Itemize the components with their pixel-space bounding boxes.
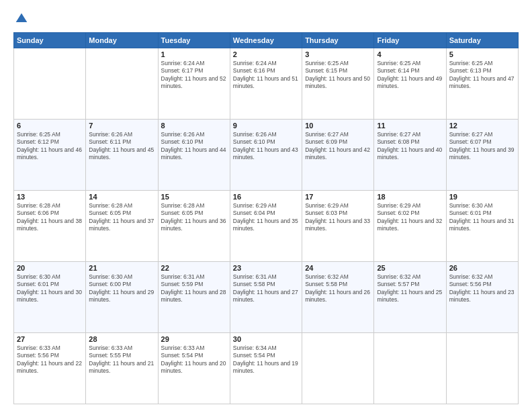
calendar-cell: 24Sunrise: 6:32 AM Sunset: 5:58 PM Dayli… — [302, 262, 374, 333]
day-info: Sunrise: 6:26 AM Sunset: 6:11 PM Dayligh… — [89, 131, 154, 162]
col-header-monday: Monday — [86, 33, 158, 48]
calendar-week-4: 27Sunrise: 6:33 AM Sunset: 5:56 PM Dayli… — [14, 333, 519, 404]
day-number: 29 — [161, 335, 227, 343]
calendar-cell: 20Sunrise: 6:30 AM Sunset: 6:01 PM Dayli… — [14, 262, 86, 333]
day-number: 20 — [17, 264, 83, 272]
day-number: 18 — [377, 193, 443, 201]
calendar-cell: 23Sunrise: 6:31 AM Sunset: 5:58 PM Dayli… — [230, 262, 302, 333]
day-number: 7 — [89, 122, 154, 130]
day-info: Sunrise: 6:32 AM Sunset: 5:57 PM Dayligh… — [377, 273, 443, 304]
day-number: 11 — [377, 122, 443, 130]
day-info: Sunrise: 6:30 AM Sunset: 6:01 PM Dayligh… — [449, 202, 515, 233]
calendar-cell: 8Sunrise: 6:26 AM Sunset: 6:10 PM Daylig… — [158, 120, 230, 191]
day-number: 26 — [449, 264, 515, 272]
calendar-cell: 16Sunrise: 6:29 AM Sunset: 6:04 PM Dayli… — [230, 191, 302, 262]
logo — [13, 12, 28, 26]
day-number: 13 — [17, 193, 83, 201]
day-info: Sunrise: 6:27 AM Sunset: 6:07 PM Dayligh… — [449, 131, 515, 162]
calendar-cell: 30Sunrise: 6:34 AM Sunset: 5:54 PM Dayli… — [230, 333, 302, 404]
day-number: 30 — [233, 335, 299, 343]
calendar-cell: 21Sunrise: 6:30 AM Sunset: 6:00 PM Dayli… — [86, 262, 158, 333]
day-info: Sunrise: 6:28 AM Sunset: 6:06 PM Dayligh… — [17, 202, 83, 233]
day-info: Sunrise: 6:28 AM Sunset: 6:05 PM Dayligh… — [161, 202, 227, 233]
calendar-cell — [86, 48, 158, 120]
calendar-cell: 1Sunrise: 6:24 AM Sunset: 6:17 PM Daylig… — [158, 48, 230, 120]
day-number: 6 — [17, 122, 83, 130]
day-number: 28 — [89, 335, 154, 343]
day-info: Sunrise: 6:26 AM Sunset: 6:10 PM Dayligh… — [233, 131, 299, 162]
calendar-cell: 13Sunrise: 6:28 AM Sunset: 6:06 PM Dayli… — [14, 191, 86, 262]
day-number: 19 — [449, 193, 515, 201]
day-info: Sunrise: 6:31 AM Sunset: 5:59 PM Dayligh… — [161, 273, 227, 304]
calendar-cell — [302, 333, 374, 404]
calendar-cell: 15Sunrise: 6:28 AM Sunset: 6:05 PM Dayli… — [158, 191, 230, 262]
day-info: Sunrise: 6:32 AM Sunset: 5:56 PM Dayligh… — [449, 273, 515, 304]
day-number: 2 — [233, 50, 299, 58]
day-number: 14 — [89, 193, 154, 201]
day-info: Sunrise: 6:29 AM Sunset: 6:02 PM Dayligh… — [377, 202, 443, 233]
calendar-table: SundayMondayTuesdayWednesdayThursdayFrid… — [13, 32, 519, 404]
day-number: 16 — [233, 193, 299, 201]
day-number: 21 — [89, 264, 154, 272]
day-number: 23 — [233, 264, 299, 272]
day-info: Sunrise: 6:33 AM Sunset: 5:54 PM Dayligh… — [161, 345, 227, 375]
calendar-cell: 28Sunrise: 6:33 AM Sunset: 5:55 PM Dayli… — [86, 333, 158, 404]
day-info: Sunrise: 6:34 AM Sunset: 5:54 PM Dayligh… — [233, 345, 299, 375]
day-number: 10 — [305, 122, 371, 130]
logo-icon — [15, 12, 28, 26]
calendar-cell: 17Sunrise: 6:29 AM Sunset: 6:03 PM Dayli… — [302, 191, 374, 262]
day-info: Sunrise: 6:29 AM Sunset: 6:04 PM Dayligh… — [233, 202, 299, 233]
day-number: 3 — [305, 50, 371, 58]
day-info: Sunrise: 6:31 AM Sunset: 5:58 PM Dayligh… — [233, 273, 299, 304]
day-number: 8 — [161, 122, 227, 130]
page: SundayMondayTuesdayWednesdayThursdayFrid… — [0, 0, 532, 411]
day-info: Sunrise: 6:29 AM Sunset: 6:03 PM Dayligh… — [305, 202, 371, 233]
calendar-cell: 3Sunrise: 6:25 AM Sunset: 6:15 PM Daylig… — [302, 48, 374, 120]
day-info: Sunrise: 6:32 AM Sunset: 5:58 PM Dayligh… — [305, 273, 371, 304]
day-info: Sunrise: 6:26 AM Sunset: 6:10 PM Dayligh… — [161, 131, 227, 162]
calendar-header-row: SundayMondayTuesdayWednesdayThursdayFrid… — [14, 33, 519, 48]
calendar-cell: 11Sunrise: 6:27 AM Sunset: 6:08 PM Dayli… — [374, 120, 446, 191]
col-header-thursday: Thursday — [302, 33, 374, 48]
day-info: Sunrise: 6:27 AM Sunset: 6:09 PM Dayligh… — [305, 131, 371, 162]
calendar-cell: 7Sunrise: 6:26 AM Sunset: 6:11 PM Daylig… — [86, 120, 158, 191]
calendar-cell: 2Sunrise: 6:24 AM Sunset: 6:16 PM Daylig… — [230, 48, 302, 120]
day-info: Sunrise: 6:25 AM Sunset: 6:15 PM Dayligh… — [305, 60, 371, 91]
day-number: 4 — [377, 50, 443, 58]
day-info: Sunrise: 6:25 AM Sunset: 6:13 PM Dayligh… — [449, 60, 515, 91]
calendar-cell: 6Sunrise: 6:25 AM Sunset: 6:12 PM Daylig… — [14, 120, 86, 191]
day-number: 17 — [305, 193, 371, 201]
calendar-week-1: 6Sunrise: 6:25 AM Sunset: 6:12 PM Daylig… — [14, 120, 519, 191]
calendar-cell: 14Sunrise: 6:28 AM Sunset: 6:05 PM Dayli… — [86, 191, 158, 262]
day-info: Sunrise: 6:33 AM Sunset: 5:55 PM Dayligh… — [89, 345, 154, 375]
calendar-cell — [374, 333, 446, 404]
day-number: 5 — [449, 50, 515, 58]
day-info: Sunrise: 6:24 AM Sunset: 6:16 PM Dayligh… — [233, 60, 299, 91]
calendar-cell: 5Sunrise: 6:25 AM Sunset: 6:13 PM Daylig… — [446, 48, 518, 120]
calendar-week-2: 13Sunrise: 6:28 AM Sunset: 6:06 PM Dayli… — [14, 191, 519, 262]
col-header-saturday: Saturday — [446, 33, 518, 48]
header — [13, 12, 519, 26]
day-number: 1 — [161, 50, 227, 58]
calendar-cell: 19Sunrise: 6:30 AM Sunset: 6:01 PM Dayli… — [446, 191, 518, 262]
svg-marker-0 — [16, 13, 28, 22]
calendar-cell: 12Sunrise: 6:27 AM Sunset: 6:07 PM Dayli… — [446, 120, 518, 191]
calendar-cell — [446, 333, 518, 404]
day-number: 9 — [233, 122, 299, 130]
calendar-cell — [14, 48, 86, 120]
day-number: 24 — [305, 264, 371, 272]
day-number: 22 — [161, 264, 227, 272]
calendar-week-3: 20Sunrise: 6:30 AM Sunset: 6:01 PM Dayli… — [14, 262, 519, 333]
col-header-wednesday: Wednesday — [230, 33, 302, 48]
calendar-cell: 27Sunrise: 6:33 AM Sunset: 5:56 PM Dayli… — [14, 333, 86, 404]
calendar-week-0: 1Sunrise: 6:24 AM Sunset: 6:17 PM Daylig… — [14, 48, 519, 120]
day-info: Sunrise: 6:28 AM Sunset: 6:05 PM Dayligh… — [89, 202, 154, 233]
calendar-cell: 10Sunrise: 6:27 AM Sunset: 6:09 PM Dayli… — [302, 120, 374, 191]
calendar-cell: 26Sunrise: 6:32 AM Sunset: 5:56 PM Dayli… — [446, 262, 518, 333]
col-header-friday: Friday — [374, 33, 446, 48]
day-info: Sunrise: 6:25 AM Sunset: 6:12 PM Dayligh… — [17, 131, 83, 162]
day-number: 27 — [17, 335, 83, 343]
calendar-cell: 18Sunrise: 6:29 AM Sunset: 6:02 PM Dayli… — [374, 191, 446, 262]
day-info: Sunrise: 6:30 AM Sunset: 6:01 PM Dayligh… — [17, 273, 83, 304]
day-info: Sunrise: 6:30 AM Sunset: 6:00 PM Dayligh… — [89, 273, 154, 304]
